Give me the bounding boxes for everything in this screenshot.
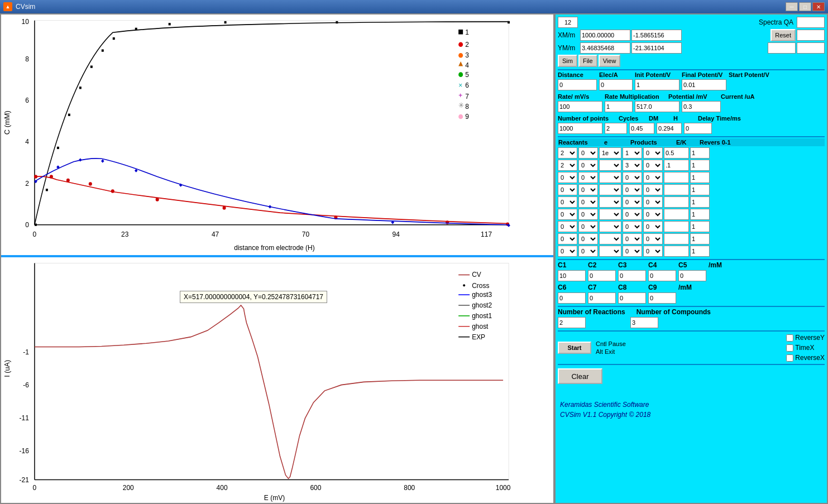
potential-input[interactable] bbox=[635, 101, 679, 112]
r5-p2[interactable]: 0 bbox=[643, 196, 663, 208]
r6-e[interactable] bbox=[599, 209, 621, 220]
start-button[interactable]: Start bbox=[558, 342, 591, 354]
r1-sel1[interactable]: 2 bbox=[558, 147, 577, 159]
r5-p1[interactable]: 0 bbox=[623, 196, 642, 208]
r5-ek[interactable] bbox=[664, 196, 689, 208]
reverse-y-checkbox[interactable] bbox=[786, 334, 793, 342]
c3-input[interactable] bbox=[618, 270, 646, 281]
view-button[interactable]: View bbox=[599, 55, 621, 67]
r2-p2[interactable]: 0 bbox=[643, 160, 663, 171]
dm-input[interactable] bbox=[629, 123, 654, 134]
r3-ek[interactable] bbox=[664, 172, 689, 183]
xm-input1[interactable] bbox=[580, 30, 630, 41]
r3-sel2[interactable]: 0 bbox=[578, 172, 598, 183]
r2-sel2[interactable]: 0 bbox=[578, 160, 598, 171]
num-points-input[interactable] bbox=[558, 123, 602, 134]
r9-p1[interactable]: 0 bbox=[623, 246, 642, 257]
spectra-input[interactable] bbox=[797, 17, 825, 28]
num-reactions-input[interactable] bbox=[558, 317, 586, 328]
r6-sel2[interactable]: 0 bbox=[578, 209, 598, 220]
r7-rev[interactable] bbox=[690, 221, 710, 232]
r1-ek[interactable] bbox=[664, 147, 689, 159]
time-x-checkbox[interactable] bbox=[786, 344, 793, 352]
r9-sel2[interactable]: 0 bbox=[578, 246, 598, 257]
rate-mult-input[interactable] bbox=[605, 101, 633, 112]
r9-ek[interactable] bbox=[664, 246, 689, 257]
r2-p1[interactable]: 3 bbox=[623, 160, 642, 171]
r3-sel1[interactable]: 0 bbox=[558, 172, 577, 183]
reset-button[interactable]: Reset bbox=[770, 29, 796, 41]
c6-input[interactable] bbox=[558, 292, 586, 304]
sim-button[interactable]: Sim bbox=[558, 55, 577, 67]
r9-rev[interactable] bbox=[690, 246, 710, 257]
current-input[interactable] bbox=[682, 101, 721, 112]
distance-input[interactable] bbox=[558, 79, 597, 90]
r8-sel1[interactable]: 0 bbox=[558, 233, 577, 244]
r1-e[interactable]: 1e bbox=[599, 147, 621, 159]
r9-p2[interactable]: 0 bbox=[643, 246, 663, 257]
r1-p1[interactable]: 1 bbox=[623, 147, 642, 159]
r7-e[interactable] bbox=[599, 221, 621, 232]
r3-rev[interactable] bbox=[690, 172, 710, 183]
c4-input[interactable] bbox=[648, 270, 676, 281]
r6-rev[interactable] bbox=[690, 209, 710, 220]
c8-input[interactable] bbox=[618, 292, 646, 304]
file-button[interactable]: File bbox=[578, 55, 597, 67]
r3-p2[interactable]: 0 bbox=[643, 172, 663, 183]
r5-sel1[interactable]: 0 bbox=[558, 196, 577, 208]
r6-ek[interactable] bbox=[664, 209, 689, 220]
r1-sel2[interactable]: 0 bbox=[578, 147, 598, 159]
cycles-input[interactable] bbox=[605, 123, 627, 134]
r7-p1[interactable]: 0 bbox=[623, 221, 642, 232]
r3-e[interactable] bbox=[599, 172, 621, 183]
r8-rev[interactable] bbox=[690, 233, 710, 244]
ym-extra1[interactable] bbox=[768, 42, 796, 54]
r7-sel1[interactable]: 0 bbox=[558, 221, 577, 232]
r8-p2[interactable]: 0 bbox=[643, 233, 663, 244]
ym-input1[interactable] bbox=[580, 42, 630, 54]
r9-sel1[interactable]: 0 bbox=[558, 246, 577, 257]
clear-button[interactable]: Clear bbox=[558, 368, 602, 384]
r4-sel1[interactable]: 0 bbox=[558, 184, 577, 195]
r9-e[interactable] bbox=[599, 246, 621, 257]
r2-rev[interactable] bbox=[690, 160, 710, 171]
delay-input[interactable] bbox=[684, 123, 712, 134]
r8-p1[interactable]: 0 bbox=[623, 233, 642, 244]
c7-input[interactable] bbox=[588, 292, 616, 304]
r8-e[interactable] bbox=[599, 233, 621, 244]
r5-e[interactable] bbox=[599, 196, 621, 208]
r4-p1[interactable]: 0 bbox=[623, 184, 642, 195]
r4-p2[interactable]: 0 bbox=[643, 184, 663, 195]
maximize-button[interactable]: □ bbox=[799, 2, 811, 11]
r7-ek[interactable] bbox=[664, 221, 689, 232]
final-pot-input[interactable] bbox=[682, 79, 726, 90]
r6-p1[interactable]: 0 bbox=[623, 209, 642, 220]
init-pot-input[interactable] bbox=[635, 79, 679, 90]
r7-sel2[interactable]: 0 bbox=[578, 221, 598, 232]
r5-rev[interactable] bbox=[690, 196, 710, 208]
rate-input[interactable] bbox=[558, 101, 602, 112]
r4-e[interactable] bbox=[599, 184, 621, 195]
r1-p2[interactable]: 0 bbox=[643, 147, 663, 159]
h-input[interactable] bbox=[657, 123, 682, 134]
r4-rev[interactable] bbox=[690, 184, 710, 195]
c5-input[interactable] bbox=[678, 270, 706, 281]
c9-input[interactable] bbox=[648, 292, 676, 304]
num-compounds-input[interactable] bbox=[630, 317, 658, 328]
r8-ek[interactable] bbox=[664, 233, 689, 244]
r4-sel2[interactable]: 0 bbox=[578, 184, 598, 195]
c1-input[interactable] bbox=[558, 270, 586, 281]
r7-p2[interactable]: 0 bbox=[643, 221, 663, 232]
r3-p1[interactable]: 0 bbox=[623, 172, 642, 183]
reverse-x-checkbox[interactable] bbox=[786, 354, 793, 362]
r8-sel2[interactable]: 0 bbox=[578, 233, 598, 244]
r6-p2[interactable]: 0 bbox=[643, 209, 663, 220]
ym-extra2[interactable] bbox=[797, 42, 825, 54]
r2-e[interactable] bbox=[599, 160, 621, 171]
r2-ek[interactable] bbox=[664, 160, 689, 171]
c2-input[interactable] bbox=[588, 270, 616, 281]
reset-extra1[interactable] bbox=[797, 30, 825, 41]
xm-input2[interactable] bbox=[631, 30, 682, 41]
r1-rev[interactable] bbox=[690, 147, 710, 159]
elec-input[interactable] bbox=[599, 79, 633, 90]
